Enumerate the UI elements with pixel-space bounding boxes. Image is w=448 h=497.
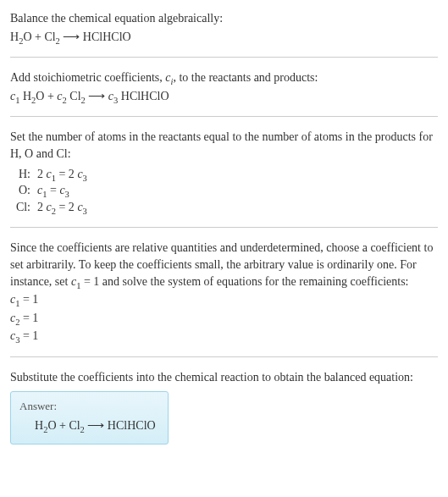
eq-text: O + Cl xyxy=(47,419,80,432)
coefficients-section: Add stoichiometric coefficients, ci, to … xyxy=(10,69,438,104)
balance-eq: 2 c1 = 2 c3 xyxy=(37,166,87,183)
element-label: O: xyxy=(10,182,37,199)
divider xyxy=(10,57,438,58)
element-label: H: xyxy=(10,166,37,183)
intro-section: Balance the chemical equation algebraica… xyxy=(10,10,438,45)
solve-section: Since the coefficients are relative quan… xyxy=(10,240,438,345)
divider xyxy=(10,116,438,117)
balanced-equation: H2O + Cl2 ⟶ HClHClO xyxy=(19,417,156,434)
step-text: Set the number of atoms in the reactants… xyxy=(10,129,438,162)
atom-balance-section: Set the number of atoms in the reactants… xyxy=(10,129,438,215)
step-text: Substitute the coefficients into the che… xyxy=(10,369,438,386)
answer-box: Answer: H2O + Cl2 ⟶ HClHClO xyxy=(10,391,169,445)
balance-row: Cl: 2 c2 = 2 c3 xyxy=(10,199,87,216)
divider xyxy=(10,227,438,228)
eq-text: HClHClO xyxy=(118,90,169,102)
substitute-section: Substitute the coefficients into the che… xyxy=(10,369,438,445)
solution-row: c3 = 1 xyxy=(10,328,438,345)
eq-text: Cl xyxy=(67,90,81,102)
step-text: Add stoichiometric coefficients, ci, to … xyxy=(10,69,438,86)
text: Add stoichiometric coefficients, xyxy=(10,71,165,84)
intro-title: Balance the chemical equation algebraica… xyxy=(10,10,438,27)
element-label: Cl: xyxy=(10,199,37,216)
balance-row: H: 2 c1 = 2 c3 xyxy=(10,166,87,183)
eq-text: O + Cl xyxy=(23,30,55,43)
coefficients-equation: c1 H2O + c2 Cl2 ⟶ c3 HClHClO xyxy=(10,88,438,105)
eq-text: H xyxy=(10,30,19,43)
solution-list: c1 = 1 c2 = 1 c3 = 1 xyxy=(10,291,438,345)
balance-eq: c1 = c3 xyxy=(37,182,87,199)
text: , to the reactants and products: xyxy=(173,71,318,84)
balance-equations: H: 2 c1 = 2 c3 O: c1 = c3 Cl: 2 c2 = 2 c… xyxy=(10,166,87,216)
divider xyxy=(10,356,438,357)
solution-row: c1 = 1 xyxy=(10,291,438,308)
eq-arrow: ⟶ HClHClO xyxy=(60,30,131,43)
eq-text: H xyxy=(35,419,43,432)
text: = 1 and solve the system of equations fo… xyxy=(80,275,408,288)
balance-eq: 2 c2 = 2 c3 xyxy=(37,199,87,216)
answer-label: Answer: xyxy=(19,399,156,414)
eq-arrow: ⟶ xyxy=(86,90,108,102)
eq-text: O + xyxy=(36,90,57,102)
balance-row: O: c1 = c3 xyxy=(10,182,87,199)
solution-row: c2 = 1 xyxy=(10,310,438,327)
step-text: Since the coefficients are relative quan… xyxy=(10,240,438,290)
eq-arrow: ⟶ HClHClO xyxy=(85,419,156,432)
eq-text: H xyxy=(19,90,31,102)
unbalanced-equation: H2O + Cl2 ⟶ HClHClO xyxy=(10,29,438,46)
